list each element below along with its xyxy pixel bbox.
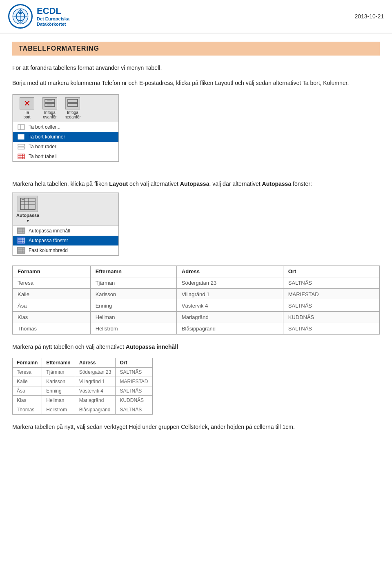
svg-rect-13 bbox=[18, 134, 21, 139]
menu-item-ta-bort-rader-label: Ta bort rader bbox=[29, 144, 56, 150]
autopassa-menu-item-fonster: Autopassa fönster bbox=[13, 236, 118, 245]
logo-circle bbox=[8, 4, 33, 29]
menu-item-ta-bort-tabell: Ta bort tabell bbox=[13, 152, 118, 161]
table-cell: Mariagränd bbox=[176, 312, 283, 323]
paragraph-1: För att förändra tabellens format använd… bbox=[12, 64, 380, 72]
autopassa-menu-item-innehall: Autopassa innehåll bbox=[13, 226, 118, 236]
table-cell: Klas bbox=[13, 312, 91, 323]
table-cell: Tjärman bbox=[42, 368, 75, 377]
table-cell: Klas bbox=[13, 396, 42, 405]
table-cell: Södergatan 23 bbox=[176, 277, 283, 289]
table-cell: Blåsippagränd bbox=[75, 405, 116, 415]
tabort-label: Tabort bbox=[23, 110, 30, 119]
infoga-nedan-icon bbox=[65, 97, 80, 109]
table-cell: MARIESTAD bbox=[116, 377, 152, 386]
table-cell: Tjärman bbox=[90, 277, 176, 289]
table-cell: Södergatan 23 bbox=[75, 368, 116, 377]
svg-rect-14 bbox=[21, 134, 24, 139]
table-cell: Blåsippagränd bbox=[176, 323, 283, 335]
ribbon-autopassa: Autopassa ▼ Autopa bbox=[13, 193, 119, 256]
table-cell: Teresa bbox=[13, 277, 91, 289]
table-cell: Karlsson bbox=[42, 377, 75, 386]
autopassa-label: Autopassa bbox=[16, 213, 39, 218]
paragraph-3-bold3: Autopassa bbox=[262, 181, 292, 187]
table-row: KlasHellmanMariagrändKUDDNÄS bbox=[13, 396, 153, 405]
table-row: KalleKarlssonVillagränd 1MARIESTAD bbox=[13, 289, 380, 300]
logo-ecdl-label: ECDL bbox=[37, 6, 69, 16]
paragraph-3: Markera hela tabellen, klicka på fliken … bbox=[12, 180, 380, 188]
table-cell: Thomas bbox=[13, 323, 91, 335]
table-cell: Åsa bbox=[13, 300, 91, 312]
ribbon-top-buttons: ✕ Tabort Infogaovanför bbox=[13, 95, 118, 122]
table-cell: Kalle bbox=[13, 377, 42, 386]
table-row: KalleKarlssonVillagränd 1MARIESTAD bbox=[13, 377, 153, 386]
data-table-1: Förnamn Efternamn Adress Ort TeresaTjärm… bbox=[12, 266, 380, 335]
table1-col-fornamn: Förnamn bbox=[13, 266, 91, 277]
paragraph-3-bold2: Autopassa bbox=[180, 181, 209, 187]
logo-sub-line1: Det Europeiska bbox=[37, 16, 69, 22]
autopassa-fonster-label: Autopassa fönster bbox=[29, 238, 68, 243]
logo-text: ECDL Det Europeiska Datakörkortet bbox=[37, 6, 69, 27]
svg-rect-10 bbox=[68, 103, 78, 107]
autopassa-icon bbox=[18, 196, 38, 212]
kolumner-icon bbox=[17, 134, 25, 140]
table1-col-efternamn: Efternamn bbox=[90, 266, 176, 277]
ribbon-autopassa-screenshot: Autopassa ▼ Autopa bbox=[12, 192, 119, 256]
table2-col-adress: Adress bbox=[75, 358, 116, 368]
table-cell: SALTNÄS bbox=[283, 323, 379, 335]
table-cell: Kalle bbox=[13, 289, 91, 300]
table-cell: Villagränd 1 bbox=[176, 289, 283, 300]
svg-rect-16 bbox=[18, 147, 24, 149]
svg-rect-11 bbox=[18, 125, 24, 129]
page-header: ECDL Det Europeiska Datakörkortet 2013-1… bbox=[0, 0, 392, 33]
table-row: ÅsaEnningVästervik 4SALTNÄS bbox=[13, 300, 380, 312]
table-row: TeresaTjärmanSödergatan 23SALTNÄS bbox=[13, 368, 153, 377]
autopassa-innehall-label: Autopassa innehåll bbox=[29, 228, 70, 234]
table1-col-adress: Adress bbox=[176, 266, 283, 277]
autopassa-arrow: ▼ bbox=[26, 219, 30, 223]
logo-area: ECDL Det Europeiska Datakörkortet bbox=[8, 4, 69, 29]
innehall-icon bbox=[17, 228, 25, 234]
paragraph-2-text: Börja med att markera kolumnerna Telefon… bbox=[12, 80, 349, 86]
ribbon-tabort-screenshot: ✕ Tabort Infogaovanför bbox=[12, 94, 119, 162]
table-cell: Åsa bbox=[13, 386, 42, 396]
table-cell: Teresa bbox=[13, 368, 42, 377]
ribbon-dropdown-menu: Ta bort celler... Ta bort kolumner bbox=[13, 122, 118, 161]
table-cell: SALTNÄS bbox=[116, 405, 152, 415]
paragraph-4-pre: Markera på nytt tabellen och välj altern… bbox=[12, 344, 126, 350]
page-title: TABELLFORMATERING bbox=[12, 42, 380, 56]
autopassa-menu: Autopassa innehåll Autopassa fönster bbox=[13, 226, 118, 255]
menu-item-ta-bort-kolumner: Ta bort kolumner bbox=[13, 132, 118, 142]
data-table-2: Förnamn Efternamn Adress Ort TeresaTjärm… bbox=[12, 358, 153, 415]
paragraph-3-end: fönster: bbox=[291, 181, 312, 187]
svg-rect-17 bbox=[18, 154, 24, 159]
infoga-ovan-label: Infogaovanför bbox=[43, 110, 56, 119]
tabort-icon: ✕ bbox=[20, 97, 34, 109]
table-row: ThomasHellströmBlåsippagrändSALTNÄS bbox=[13, 405, 153, 415]
table2-col-fornamn: Förnamn bbox=[13, 358, 42, 368]
autopassa-main-btn: Autopassa ▼ bbox=[16, 196, 39, 223]
table-cell: Thomas bbox=[13, 405, 42, 415]
table-cell: SALTNÄS bbox=[283, 277, 379, 289]
menu-item-ta-bort-celler-label: Ta bort celler... bbox=[29, 124, 60, 130]
paragraph-4: Markera på nytt tabellen och välj altern… bbox=[12, 343, 380, 351]
svg-rect-27 bbox=[18, 228, 24, 233]
page-content: TABELLFORMATERING För att förändra tabel… bbox=[0, 33, 392, 446]
header-date: 2013-10-21 bbox=[354, 13, 384, 20]
table-cell: MARIESTAD bbox=[283, 289, 379, 300]
paragraph-4-bold: Autopassa innehåll bbox=[126, 344, 178, 350]
autopassa-fast-label: Fast kolumnbredd bbox=[29, 248, 68, 253]
table-cell: Enning bbox=[42, 386, 75, 396]
table-cell: Enning bbox=[90, 300, 176, 312]
table-cell: Hellman bbox=[90, 312, 176, 323]
rader-icon bbox=[17, 143, 25, 150]
ribbon-btn-infoga-ovan: Infogaovanför bbox=[39, 97, 60, 119]
menu-item-ta-bort-tabell-label: Ta bort tabell bbox=[29, 154, 57, 159]
svg-rect-32 bbox=[18, 238, 24, 243]
table-row: KlasHellmanMariagrändKUDDNÄS bbox=[13, 312, 380, 323]
table-cell: Västervik 4 bbox=[75, 386, 116, 396]
table1-header-row: Förnamn Efternamn Adress Ort bbox=[13, 266, 380, 277]
fast-icon bbox=[17, 247, 25, 254]
table-cell: Karlsson bbox=[90, 289, 176, 300]
table-cell: KUDDNÄS bbox=[283, 312, 379, 323]
